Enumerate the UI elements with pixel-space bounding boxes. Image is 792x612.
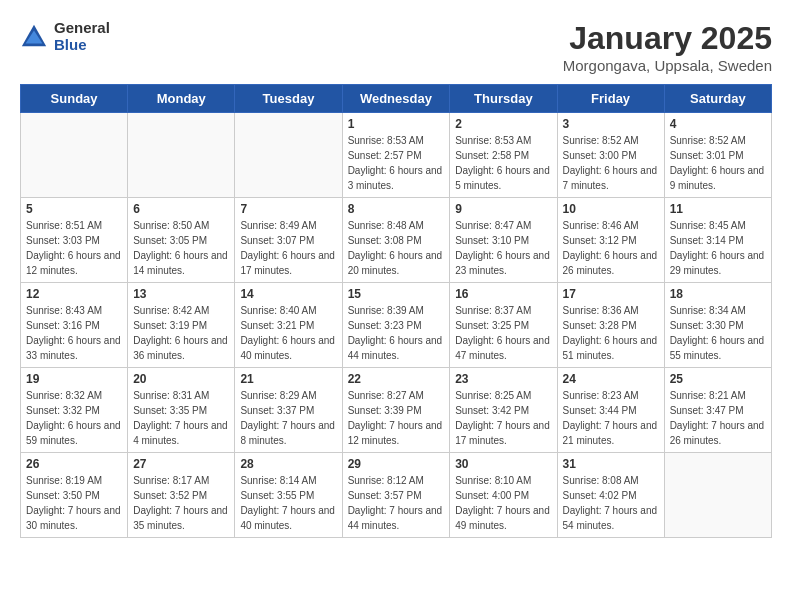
day-info: Sunrise: 8:32 AMSunset: 3:32 PMDaylight:… (26, 388, 122, 448)
day-number: 22 (348, 372, 445, 386)
weekday-header-row: SundayMondayTuesdayWednesdayThursdayFrid… (21, 85, 772, 113)
day-number: 4 (670, 117, 766, 131)
logo-general: General (54, 20, 110, 37)
day-number: 17 (563, 287, 659, 301)
day-info: Sunrise: 8:39 AMSunset: 3:23 PMDaylight:… (348, 303, 445, 363)
day-info: Sunrise: 8:25 AMSunset: 3:42 PMDaylight:… (455, 388, 551, 448)
day-info: Sunrise: 8:52 AMSunset: 3:01 PMDaylight:… (670, 133, 766, 193)
day-info: Sunrise: 8:53 AMSunset: 2:57 PMDaylight:… (348, 133, 445, 193)
day-number: 12 (26, 287, 122, 301)
day-info: Sunrise: 8:10 AMSunset: 4:00 PMDaylight:… (455, 473, 551, 533)
day-cell: 13Sunrise: 8:42 AMSunset: 3:19 PMDayligh… (128, 283, 235, 368)
day-cell: 17Sunrise: 8:36 AMSunset: 3:28 PMDayligh… (557, 283, 664, 368)
day-cell: 26Sunrise: 8:19 AMSunset: 3:50 PMDayligh… (21, 453, 128, 538)
day-info: Sunrise: 8:53 AMSunset: 2:58 PMDaylight:… (455, 133, 551, 193)
day-info: Sunrise: 8:31 AMSunset: 3:35 PMDaylight:… (133, 388, 229, 448)
day-number: 25 (670, 372, 766, 386)
day-number: 5 (26, 202, 122, 216)
day-info: Sunrise: 8:52 AMSunset: 3:00 PMDaylight:… (563, 133, 659, 193)
day-cell: 9Sunrise: 8:47 AMSunset: 3:10 PMDaylight… (450, 198, 557, 283)
day-number: 21 (240, 372, 336, 386)
day-cell: 5Sunrise: 8:51 AMSunset: 3:03 PMDaylight… (21, 198, 128, 283)
day-number: 31 (563, 457, 659, 471)
calendar-table: SundayMondayTuesdayWednesdayThursdayFrid… (20, 84, 772, 538)
day-info: Sunrise: 8:40 AMSunset: 3:21 PMDaylight:… (240, 303, 336, 363)
day-number: 16 (455, 287, 551, 301)
day-number: 24 (563, 372, 659, 386)
day-cell: 6Sunrise: 8:50 AMSunset: 3:05 PMDaylight… (128, 198, 235, 283)
day-cell: 24Sunrise: 8:23 AMSunset: 3:44 PMDayligh… (557, 368, 664, 453)
day-number: 15 (348, 287, 445, 301)
day-cell: 28Sunrise: 8:14 AMSunset: 3:55 PMDayligh… (235, 453, 342, 538)
day-info: Sunrise: 8:51 AMSunset: 3:03 PMDaylight:… (26, 218, 122, 278)
page-header: General Blue January 2025 Morgongava, Up… (20, 20, 772, 74)
day-info: Sunrise: 8:14 AMSunset: 3:55 PMDaylight:… (240, 473, 336, 533)
day-cell: 4Sunrise: 8:52 AMSunset: 3:01 PMDaylight… (664, 113, 771, 198)
weekday-header-wednesday: Wednesday (342, 85, 450, 113)
day-number: 20 (133, 372, 229, 386)
day-info: Sunrise: 8:36 AMSunset: 3:28 PMDaylight:… (563, 303, 659, 363)
day-info: Sunrise: 8:12 AMSunset: 3:57 PMDaylight:… (348, 473, 445, 533)
day-number: 1 (348, 117, 445, 131)
weekday-header-tuesday: Tuesday (235, 85, 342, 113)
day-number: 26 (26, 457, 122, 471)
day-cell: 31Sunrise: 8:08 AMSunset: 4:02 PMDayligh… (557, 453, 664, 538)
day-number: 11 (670, 202, 766, 216)
day-info: Sunrise: 8:46 AMSunset: 3:12 PMDaylight:… (563, 218, 659, 278)
weekday-header-thursday: Thursday (450, 85, 557, 113)
day-info: Sunrise: 8:19 AMSunset: 3:50 PMDaylight:… (26, 473, 122, 533)
day-info: Sunrise: 8:17 AMSunset: 3:52 PMDaylight:… (133, 473, 229, 533)
day-cell: 27Sunrise: 8:17 AMSunset: 3:52 PMDayligh… (128, 453, 235, 538)
weekday-header-sunday: Sunday (21, 85, 128, 113)
day-number: 27 (133, 457, 229, 471)
day-cell: 15Sunrise: 8:39 AMSunset: 3:23 PMDayligh… (342, 283, 450, 368)
logo-icon (20, 23, 48, 51)
day-number: 23 (455, 372, 551, 386)
week-row-4: 19Sunrise: 8:32 AMSunset: 3:32 PMDayligh… (21, 368, 772, 453)
day-info: Sunrise: 8:37 AMSunset: 3:25 PMDaylight:… (455, 303, 551, 363)
week-row-2: 5Sunrise: 8:51 AMSunset: 3:03 PMDaylight… (21, 198, 772, 283)
day-cell: 22Sunrise: 8:27 AMSunset: 3:39 PMDayligh… (342, 368, 450, 453)
day-cell: 19Sunrise: 8:32 AMSunset: 3:32 PMDayligh… (21, 368, 128, 453)
day-number: 7 (240, 202, 336, 216)
week-row-1: 1Sunrise: 8:53 AMSunset: 2:57 PMDaylight… (21, 113, 772, 198)
day-info: Sunrise: 8:21 AMSunset: 3:47 PMDaylight:… (670, 388, 766, 448)
day-cell (128, 113, 235, 198)
day-cell: 20Sunrise: 8:31 AMSunset: 3:35 PMDayligh… (128, 368, 235, 453)
day-info: Sunrise: 8:50 AMSunset: 3:05 PMDaylight:… (133, 218, 229, 278)
week-row-3: 12Sunrise: 8:43 AMSunset: 3:16 PMDayligh… (21, 283, 772, 368)
day-number: 29 (348, 457, 445, 471)
day-cell: 11Sunrise: 8:45 AMSunset: 3:14 PMDayligh… (664, 198, 771, 283)
day-info: Sunrise: 8:08 AMSunset: 4:02 PMDaylight:… (563, 473, 659, 533)
day-cell: 30Sunrise: 8:10 AMSunset: 4:00 PMDayligh… (450, 453, 557, 538)
week-row-5: 26Sunrise: 8:19 AMSunset: 3:50 PMDayligh… (21, 453, 772, 538)
day-cell: 2Sunrise: 8:53 AMSunset: 2:58 PMDaylight… (450, 113, 557, 198)
day-number: 13 (133, 287, 229, 301)
day-cell: 23Sunrise: 8:25 AMSunset: 3:42 PMDayligh… (450, 368, 557, 453)
day-number: 9 (455, 202, 551, 216)
day-cell: 12Sunrise: 8:43 AMSunset: 3:16 PMDayligh… (21, 283, 128, 368)
day-cell: 3Sunrise: 8:52 AMSunset: 3:00 PMDaylight… (557, 113, 664, 198)
day-info: Sunrise: 8:42 AMSunset: 3:19 PMDaylight:… (133, 303, 229, 363)
day-info: Sunrise: 8:47 AMSunset: 3:10 PMDaylight:… (455, 218, 551, 278)
day-info: Sunrise: 8:49 AMSunset: 3:07 PMDaylight:… (240, 218, 336, 278)
day-cell: 18Sunrise: 8:34 AMSunset: 3:30 PMDayligh… (664, 283, 771, 368)
day-cell: 1Sunrise: 8:53 AMSunset: 2:57 PMDaylight… (342, 113, 450, 198)
day-number: 2 (455, 117, 551, 131)
day-info: Sunrise: 8:45 AMSunset: 3:14 PMDaylight:… (670, 218, 766, 278)
day-cell: 16Sunrise: 8:37 AMSunset: 3:25 PMDayligh… (450, 283, 557, 368)
day-cell: 29Sunrise: 8:12 AMSunset: 3:57 PMDayligh… (342, 453, 450, 538)
day-number: 19 (26, 372, 122, 386)
day-number: 6 (133, 202, 229, 216)
day-info: Sunrise: 8:29 AMSunset: 3:37 PMDaylight:… (240, 388, 336, 448)
day-cell: 10Sunrise: 8:46 AMSunset: 3:12 PMDayligh… (557, 198, 664, 283)
month-title: January 2025 (563, 20, 772, 57)
day-number: 14 (240, 287, 336, 301)
title-block: January 2025 Morgongava, Uppsala, Sweden (563, 20, 772, 74)
weekday-header-monday: Monday (128, 85, 235, 113)
day-cell (664, 453, 771, 538)
logo: General Blue (20, 20, 110, 53)
weekday-header-friday: Friday (557, 85, 664, 113)
location-subtitle: Morgongava, Uppsala, Sweden (563, 57, 772, 74)
day-number: 18 (670, 287, 766, 301)
